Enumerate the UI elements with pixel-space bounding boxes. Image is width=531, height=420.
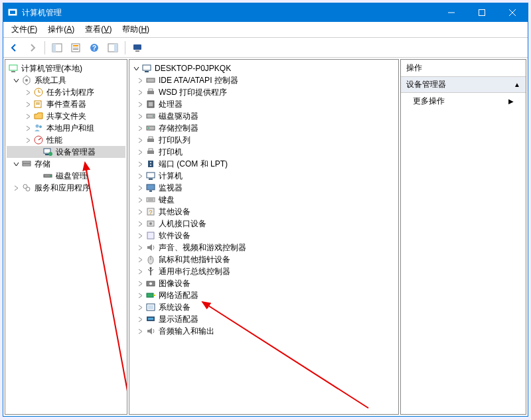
device-category-computer-device[interactable]: 计算机 xyxy=(131,170,397,182)
chevron-right-icon[interactable] xyxy=(136,232,144,240)
network-adapter-icon xyxy=(145,290,156,301)
device-category-software-device[interactable]: 软件设备 xyxy=(131,230,397,242)
chevron-right-icon[interactable] xyxy=(136,279,144,287)
device-category-keyboard[interactable]: 键盘 xyxy=(131,194,397,206)
chevron-right-icon[interactable] xyxy=(136,291,144,299)
chevron-right-icon[interactable] xyxy=(136,76,144,84)
tree-item-device-manager[interactable]: 设备管理器 xyxy=(7,146,125,158)
chevron-right-icon[interactable] xyxy=(136,148,144,156)
tree-item-performance[interactable]: 性能 xyxy=(7,134,125,146)
device-category-label: 处理器 xyxy=(159,99,183,110)
tree-item-system-tools[interactable]: 系统工具 xyxy=(7,74,125,86)
tree-item-local-users[interactable]: 本地用户和组 xyxy=(7,122,125,134)
show-hide-console-tree-button[interactable] xyxy=(49,40,65,56)
collapse-caret-icon[interactable]: ▲ xyxy=(514,81,520,88)
maximize-button[interactable] xyxy=(467,3,497,22)
chevron-right-icon[interactable] xyxy=(136,172,144,180)
chevron-right-icon[interactable] xyxy=(24,88,32,96)
tree-item-services-apps[interactable]: 服务和应用程序 xyxy=(7,182,125,194)
menu-view[interactable]: 查看(V) xyxy=(80,23,117,36)
tree-item-storage[interactable]: 存储 xyxy=(7,158,125,170)
chevron-right-icon[interactable] xyxy=(12,184,20,192)
chevron-right-icon[interactable] xyxy=(136,136,144,144)
chevron-right-icon[interactable] xyxy=(24,100,32,108)
tree-item-shared-folders[interactable]: 共享文件夹 xyxy=(7,110,125,122)
tree-root-computer-management[interactable]: 计算机管理(本地) xyxy=(7,62,125,74)
device-category-ide-controller[interactable]: IDE ATA/ATAPI 控制器 xyxy=(131,74,397,86)
device-root[interactable]: DESKTOP-P0JPKQK xyxy=(131,62,397,74)
device-category-processor[interactable]: 处理器 xyxy=(131,98,397,110)
chevron-right-icon[interactable] xyxy=(136,160,144,168)
back-button[interactable] xyxy=(6,40,22,56)
svg-point-37 xyxy=(50,175,51,176)
menu-action[interactable]: 操作(A) xyxy=(42,23,80,36)
device-category-mouse[interactable]: 鼠标和其他指针设备 xyxy=(131,253,397,265)
chevron-right-icon[interactable] xyxy=(136,184,144,192)
services-apps-icon xyxy=(21,182,32,193)
show-hide-action-pane-button[interactable] xyxy=(105,40,121,56)
chevron-down-icon[interactable] xyxy=(12,160,20,168)
device-tree-pane[interactable]: DESKTOP-P0JPKQK IDE ATA/ATAPI 控制器WSD 打印提… xyxy=(129,59,399,415)
chevron-right-icon[interactable] xyxy=(136,112,144,120)
device-category-display-adapter[interactable]: 显示适配器 xyxy=(131,313,397,325)
tree-item-task-scheduler[interactable]: 任务计划程序 xyxy=(7,86,125,98)
device-category-label: 计算机 xyxy=(159,171,183,182)
device-category-usb-controller[interactable]: 通用串行总线控制器 xyxy=(131,265,397,277)
svg-rect-53 xyxy=(149,137,153,139)
scan-hardware-button[interactable] xyxy=(129,40,145,56)
actions-section-title[interactable]: 设备管理器 ▲ xyxy=(401,77,526,93)
device-category-label: 图像设备 xyxy=(159,278,190,289)
minimize-button[interactable] xyxy=(436,3,467,22)
chevron-right-icon[interactable] xyxy=(24,112,32,120)
toolbar: ? xyxy=(3,38,528,58)
svg-point-49 xyxy=(153,115,154,117)
window-title: 计算机管理 xyxy=(22,7,436,19)
device-category-printer[interactable]: 打印机 xyxy=(131,146,397,158)
close-button[interactable] xyxy=(497,3,528,22)
tree-item-disk-management[interactable]: 磁盘管理 xyxy=(7,170,125,182)
audio-io-icon xyxy=(145,326,156,336)
chevron-right-icon[interactable] xyxy=(136,196,144,204)
svg-rect-59 xyxy=(147,173,155,178)
chevron-right-icon[interactable] xyxy=(136,303,144,311)
device-category-audio-io[interactable]: 音频输入和输出 xyxy=(131,325,397,337)
chevron-right-icon[interactable] xyxy=(24,124,32,132)
chevron-right-icon[interactable] xyxy=(24,136,32,144)
chevron-right-icon[interactable] xyxy=(136,208,144,216)
device-category-print-provider[interactable]: WSD 打印提供程序 xyxy=(131,86,397,98)
chevron-right-icon[interactable] xyxy=(136,315,144,323)
properties-button[interactable] xyxy=(68,40,84,56)
chevron-right-icon[interactable] xyxy=(136,327,144,335)
device-category-ports[interactable]: 端口 (COM 和 LPT) xyxy=(131,158,397,170)
svg-rect-84 xyxy=(148,318,153,320)
actions-more-actions[interactable]: 更多操作 ▶ xyxy=(401,93,526,109)
device-category-system-device[interactable]: 系统设备 xyxy=(131,301,397,313)
device-category-monitor-device[interactable]: 监视器 xyxy=(131,182,397,194)
device-category-imaging-device[interactable]: 图像设备 xyxy=(131,277,397,289)
unknown-device-icon: ? xyxy=(145,206,156,217)
chevron-right-icon[interactable] xyxy=(136,267,144,275)
device-category-hid[interactable]: 人机接口设备 xyxy=(131,218,397,230)
svg-rect-15 xyxy=(114,44,117,52)
device-category-sound-controller[interactable]: 声音、视频和游戏控制器 xyxy=(131,242,397,253)
device-category-unknown-device[interactable]: ?其他设备 xyxy=(131,206,397,218)
chevron-right-icon[interactable] xyxy=(136,100,144,108)
device-category-disk-drive[interactable]: 磁盘驱动器 xyxy=(131,110,397,122)
chevron-down-icon[interactable] xyxy=(12,76,20,84)
menu-file[interactable]: 文件(F) xyxy=(6,23,42,36)
tree-item-event-viewer[interactable]: 事件查看器 xyxy=(7,98,125,110)
chevron-right-icon[interactable] xyxy=(136,124,144,132)
chevron-right-icon[interactable] xyxy=(136,255,144,263)
device-category-print-queue[interactable]: 打印队列 xyxy=(131,134,397,146)
help-toolbar-button[interactable]: ? xyxy=(86,40,102,56)
chevron-down-icon[interactable] xyxy=(132,64,140,72)
console-tree-pane[interactable]: 计算机管理(本地) 系统工具 任务计划程序 事件查看器 共享文件夹 xyxy=(5,59,127,415)
menu-help[interactable]: 帮助(H) xyxy=(117,23,155,36)
device-category-storage-controller[interactable]: 存储控制器 xyxy=(131,122,397,134)
device-category-network-adapter[interactable]: 网络适配器 xyxy=(131,289,397,301)
titlebar[interactable]: 计算机管理 xyxy=(3,3,528,22)
forward-button[interactable] xyxy=(25,40,40,56)
chevron-right-icon[interactable] xyxy=(136,88,144,96)
chevron-right-icon[interactable] xyxy=(136,220,144,228)
chevron-right-icon[interactable] xyxy=(136,244,144,251)
